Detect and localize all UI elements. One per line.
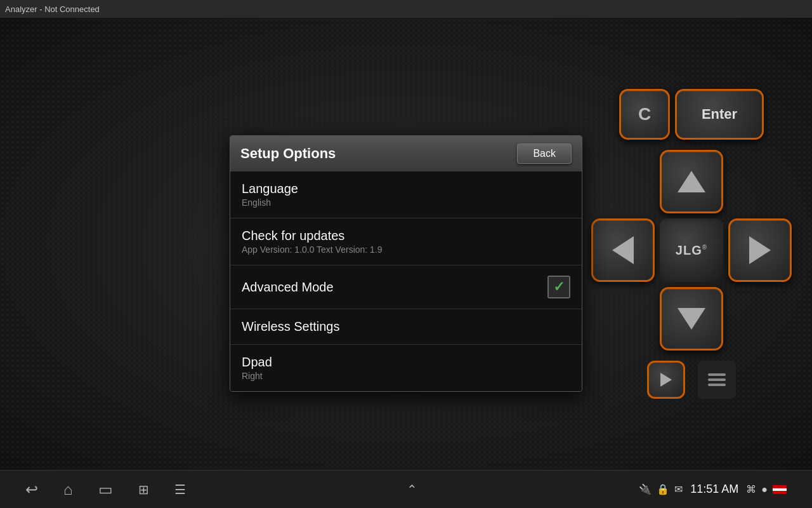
lock-icon: 🔒 (657, 483, 669, 495)
check-updates-sublabel: App Version: 1.0.0 Text Version: 1.9 (242, 244, 383, 255)
check-updates-menu-item[interactable]: Check for updates App Version: 1.0.0 Tex… (230, 218, 582, 265)
status-bar: Analyzer - Not Connected (0, 0, 812, 18)
wireless-settings-menu-item[interactable]: Wireless Settings (230, 309, 582, 345)
dpad-menu-item[interactable]: Dpad Right (230, 345, 582, 391)
main-background: C Enter JLG® (0, 18, 812, 470)
nav-home-button[interactable]: ⌂ (63, 481, 73, 498)
status-bar-title: Analyzer - Not Connected (5, 4, 100, 14)
language-label: Language (242, 182, 298, 196)
dialog-header: Setup Options Back (230, 136, 582, 171)
nav-back-button[interactable]: ↩ (25, 481, 38, 498)
nav-up-button[interactable]: ⌃ (407, 482, 417, 497)
menu-items-list: Language English Check for updates App V… (230, 171, 582, 391)
advanced-mode-checkbox[interactable]: ✓ (547, 276, 570, 298)
navigation-bar: ↩ ⌂ ▭ ⊞ ☰ ⌃ 🔌 🔒 ✉ 11:51 AM ⌘ ● (0, 470, 812, 508)
checkbox-checkmark: ✓ (553, 280, 565, 294)
back-button[interactable]: Back (517, 144, 572, 164)
wireless-settings-label: Wireless Settings (242, 319, 340, 334)
signal-icon: ● (761, 484, 768, 495)
nav-menu-button[interactable]: ☰ (174, 482, 186, 497)
dialog-title: Setup Options (240, 145, 336, 162)
nav-recents-button[interactable]: ▭ (98, 481, 113, 498)
time-display: 11:51 AM (690, 483, 738, 496)
wifi-icon: ⌘ (746, 483, 756, 495)
connectivity-icons: ⌘ ● (746, 483, 787, 495)
usb-icon: 🔌 (639, 483, 652, 495)
flag-icon (773, 485, 787, 494)
status-icons: 🔌 🔒 ✉ (639, 483, 683, 495)
dpad-label: Dpad (242, 355, 272, 370)
check-updates-label: Check for updates (242, 229, 383, 243)
nav-screenshot-button[interactable]: ⊞ (138, 482, 149, 497)
dialog-overlay: Setup Options Back Language English Chec… (0, 18, 812, 470)
setup-dialog: Setup Options Back Language English Chec… (230, 135, 582, 392)
advanced-mode-label: Advanced Mode (242, 280, 334, 295)
advanced-mode-menu-item[interactable]: Advanced Mode ✓ (230, 265, 582, 309)
dpad-sublabel: Right (242, 371, 272, 381)
language-sublabel: English (242, 197, 298, 208)
email-icon: ✉ (674, 483, 683, 495)
language-menu-item[interactable]: Language English (230, 171, 582, 218)
